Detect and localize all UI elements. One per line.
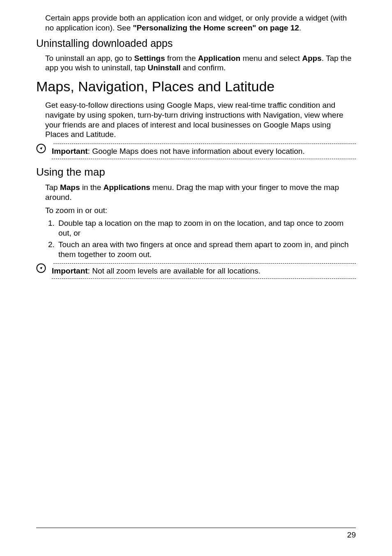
note-text: Important: Not all zoom levels are avail… — [52, 264, 356, 276]
text: and confirm. — [181, 63, 226, 72]
note-block-2: Important: Not all zoom levels are avail… — [36, 263, 356, 279]
dashed-divider — [52, 278, 356, 279]
pushpin-icon — [36, 144, 46, 155]
note-label: Important — [52, 266, 88, 275]
text: To uninstall an app, go to — [45, 54, 134, 63]
text: : Google Maps does not have information … — [88, 147, 305, 155]
link-personalizing-home[interactable]: "Personalizing the Home screen" on page … — [133, 23, 299, 32]
note-label: Important — [52, 147, 88, 155]
paragraph-maps-intro: Get easy-to-follow directions using Goog… — [36, 100, 356, 139]
note-text: Important: Google Maps does not have inf… — [52, 144, 356, 156]
page-number: 29 — [347, 531, 356, 539]
list-item: Touch an area with two fingers at once a… — [57, 240, 356, 259]
text-bold: Settings — [134, 54, 165, 63]
text: Tap — [45, 183, 60, 192]
note-block-1: Important: Google Maps does not have inf… — [36, 144, 356, 159]
text-bold: Uninstall — [148, 63, 180, 72]
text: from the — [165, 54, 198, 63]
text-bold: Maps — [60, 183, 80, 192]
text-bold: Applications — [104, 183, 150, 192]
dashed-divider — [52, 159, 356, 159]
list-item: Double tap a location on the map to zoom… — [57, 218, 356, 238]
text-bold: Apps — [302, 54, 322, 63]
paragraph-tap-maps: Tap Maps in the Applications menu. Drag … — [36, 183, 356, 202]
heading-maps-navigation: Maps, Navigation, Places and Latitude — [36, 79, 356, 95]
text-bold: Application — [198, 54, 240, 63]
pushpin-icon — [36, 263, 46, 275]
page-footer: 29 — [36, 528, 356, 540]
paragraph-uninstall-steps: To uninstall an app, go to Settings from… — [36, 53, 356, 73]
heading-uninstalling: Uninstalling downloaded apps — [36, 37, 356, 49]
heading-using-the-map: Using the map — [36, 166, 356, 178]
page-container: Certain apps provide both an application… — [0, 0, 392, 556]
paragraph-zoom-intro: To zoom in or out: — [36, 206, 356, 215]
text: . — [299, 23, 301, 32]
text: : Not all zoom levels are available for … — [88, 266, 261, 275]
text: menu and select — [240, 54, 302, 63]
paragraph-widget-info: Certain apps provide both an application… — [36, 13, 356, 33]
ordered-list-zoom: Double tap a location on the map to zoom… — [36, 218, 356, 259]
text: in the — [80, 183, 104, 192]
